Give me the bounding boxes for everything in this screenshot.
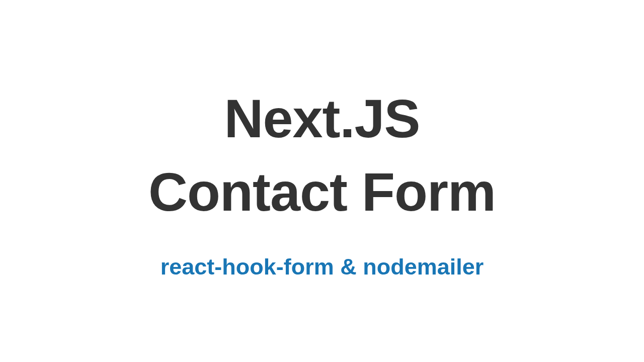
title-line-1: Next.JS — [148, 82, 496, 155]
title-line-2: Contact Form — [148, 155, 496, 229]
main-title: Next.JS Contact Form — [148, 82, 496, 229]
subtitle: react-hook-form & nodemailer — [160, 254, 484, 280]
